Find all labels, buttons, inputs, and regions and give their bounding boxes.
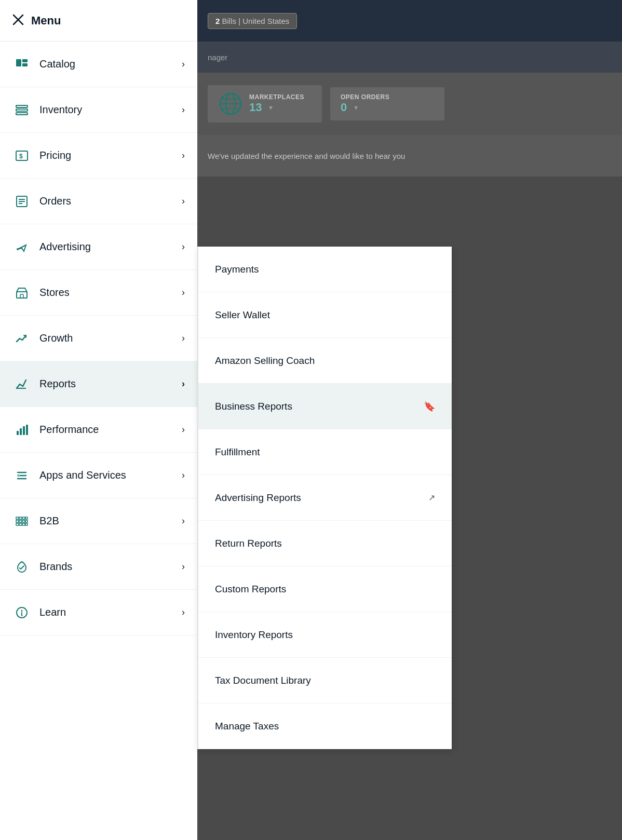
svg-rect-22 <box>17 431 19 435</box>
sidebar-item-b2b[interactable]: B2B › <box>0 498 197 544</box>
orders-chevron: › <box>182 196 185 207</box>
bills-count: 2 <box>215 17 220 25</box>
brands-icon <box>12 558 31 576</box>
submenu-fulfillment[interactable]: Fulfillment <box>198 429 452 475</box>
performance-chevron: › <box>182 424 185 435</box>
sidebar-item-catalog-label: Catalog <box>39 58 182 70</box>
submenu-inventory-reports[interactable]: Inventory Reports <box>198 612 452 658</box>
menu-title: Menu <box>31 14 61 28</box>
svg-text:$: $ <box>19 153 23 160</box>
growth-chevron: › <box>182 333 185 344</box>
sidebar-item-catalog[interactable]: Catalog › <box>0 42 197 87</box>
svg-rect-25 <box>26 425 28 435</box>
open-orders-card[interactable]: OPEN ORDERS 0 ▾ <box>330 87 444 120</box>
open-orders-dropdown-arrow[interactable]: ▾ <box>354 103 358 112</box>
sidebar-item-growth-label: Growth <box>39 332 182 344</box>
svg-rect-31 <box>19 520 22 522</box>
sidebar-item-learn[interactable]: Learn › <box>0 590 197 635</box>
sidebar-item-inventory[interactable]: Inventory › <box>0 87 197 133</box>
apps-chevron: › <box>182 470 185 481</box>
orders-icon <box>12 192 31 211</box>
svg-rect-35 <box>19 523 22 525</box>
open-orders-info: OPEN ORDERS 0 ▾ <box>341 93 389 114</box>
submenu-payments[interactable]: Payments <box>198 247 452 292</box>
svg-rect-10 <box>16 105 28 107</box>
advertising-icon <box>12 238 31 256</box>
sidebar-item-reports[interactable]: Reports › <box>0 361 197 407</box>
performance-icon <box>12 421 31 439</box>
sidebar-item-growth[interactable]: Growth › <box>0 316 197 361</box>
sidebar-item-learn-label: Learn <box>39 606 182 618</box>
business-reports-label: Business Reports <box>215 401 424 412</box>
sidebar-item-inventory-label: Inventory <box>39 104 182 116</box>
svg-rect-12 <box>16 113 28 115</box>
svg-rect-28 <box>22 517 25 519</box>
submenu-tax-document-library[interactable]: Tax Document Library <box>198 658 452 703</box>
submenu-seller-wallet[interactable]: Seller Wallet <box>198 292 452 338</box>
svg-rect-34 <box>16 523 19 525</box>
stores-chevron: › <box>182 287 185 298</box>
inventory-reports-label: Inventory Reports <box>215 629 435 641</box>
catalog-icon <box>12 55 31 74</box>
svg-rect-26 <box>16 517 19 519</box>
advertising-reports-label: Advertising Reports <box>215 492 424 504</box>
close-button[interactable] <box>12 14 24 28</box>
sidebar-item-orders[interactable]: Orders › <box>0 179 197 224</box>
sidebar-item-stores[interactable]: Stores › <box>0 270 197 316</box>
reports-chevron: › <box>182 378 185 389</box>
bookmark-icon: 🔖 <box>424 401 435 412</box>
sidebar-item-apps[interactable]: Apps and Services › <box>0 453 197 498</box>
sidebar-item-brands-label: Brands <box>39 561 182 573</box>
custom-reports-label: Custom Reports <box>215 584 435 595</box>
message-text: We've updated the experience and would l… <box>208 152 405 160</box>
reports-submenu: Payments Seller Wallet Amazon Selling Co… <box>197 247 452 749</box>
svg-rect-29 <box>25 517 28 519</box>
sidebar-item-brands[interactable]: Brands › <box>0 544 197 590</box>
message-area: We've updated the experience and would l… <box>197 135 622 177</box>
stats-area: MARKETPLACES 13 ▾ OPEN ORDERS 0 ▾ <box>197 73 622 135</box>
svg-rect-24 <box>23 426 25 435</box>
amazon-selling-coach-label: Amazon Selling Coach <box>215 355 435 367</box>
payments-label: Payments <box>215 264 435 275</box>
svg-rect-33 <box>25 520 28 522</box>
catalog-chevron: › <box>182 59 185 70</box>
inventory-chevron: › <box>182 104 185 115</box>
marketplaces-dropdown-arrow[interactable]: ▾ <box>269 103 273 112</box>
svg-rect-36 <box>22 523 25 525</box>
pricing-icon: $ <box>12 146 31 165</box>
svg-rect-30 <box>16 520 19 522</box>
sidebar-item-apps-label: Apps and Services <box>39 469 182 481</box>
svg-rect-11 <box>16 109 28 111</box>
sidebar-item-b2b-label: B2B <box>39 515 182 527</box>
submenu-amazon-selling-coach[interactable]: Amazon Selling Coach <box>198 338 452 384</box>
learn-chevron: › <box>182 607 185 618</box>
top-bar: 2 Bills | United States <box>197 0 622 42</box>
brands-chevron: › <box>182 561 185 572</box>
sidebar-item-pricing[interactable]: $ Pricing › <box>0 133 197 179</box>
sidebar-item-reports-label: Reports <box>39 378 182 390</box>
svg-rect-32 <box>22 520 25 522</box>
marketplaces-value: 13 <box>249 101 262 114</box>
svg-rect-9 <box>22 63 28 66</box>
submenu-business-reports[interactable]: Business Reports 🔖 <box>198 384 452 429</box>
submenu-advertising-reports[interactable]: Advertising Reports ↗ <box>198 475 452 521</box>
svg-point-19 <box>17 248 19 250</box>
sidebar-item-stores-label: Stores <box>39 287 182 299</box>
submenu-return-reports[interactable]: Return Reports <box>198 521 452 566</box>
svg-rect-8 <box>22 59 28 62</box>
tax-document-library-label: Tax Document Library <box>215 675 435 686</box>
marketplaces-card[interactable]: MARKETPLACES 13 ▾ <box>208 85 322 123</box>
submenu-manage-taxes[interactable]: Manage Taxes <box>198 703 452 749</box>
svg-rect-23 <box>20 428 22 435</box>
sidebar-item-advertising[interactable]: Advertising › <box>0 224 197 270</box>
bills-label: Bills <box>222 17 237 25</box>
submenu-custom-reports[interactable]: Custom Reports <box>198 566 452 612</box>
sidebar: Menu Catalog › Inv <box>0 0 197 840</box>
open-orders-label: OPEN ORDERS <box>341 93 389 101</box>
bills-badge[interactable]: 2 Bills | United States <box>208 13 297 29</box>
fulfillment-label: Fulfillment <box>215 446 435 458</box>
b2b-icon <box>12 512 31 531</box>
sidebar-item-performance[interactable]: Performance › <box>0 407 197 453</box>
learn-icon <box>12 603 31 622</box>
sidebar-item-pricing-label: Pricing <box>39 150 182 161</box>
